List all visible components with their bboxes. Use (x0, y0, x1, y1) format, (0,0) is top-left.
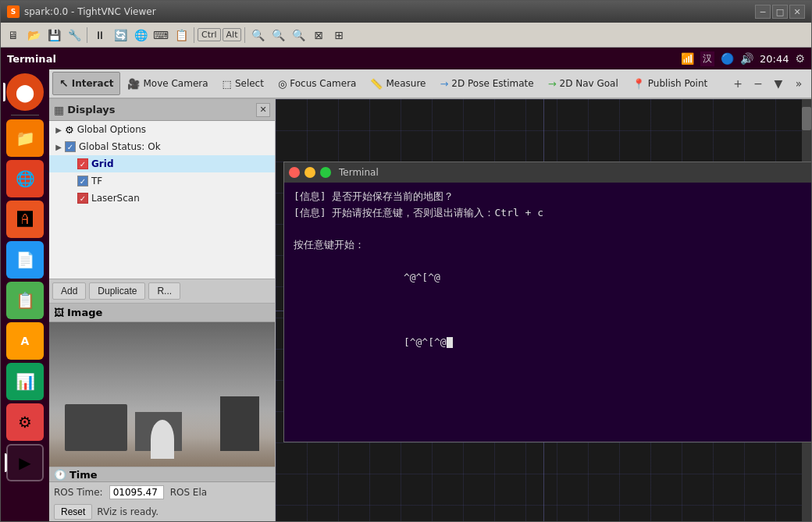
tree-item-grid[interactable]: Grid (49, 155, 275, 172)
tf-label: TF (91, 176, 102, 186)
terminal-app-icon: ▶ (19, 453, 30, 472)
rviz-main: ▦ Displays ✕ ▶ ⚙ Global Options (49, 99, 811, 521)
rviz-dropdown-btn[interactable]: ▼ (769, 74, 788, 93)
displays-panel-buttons: Add Duplicate R... (49, 279, 275, 303)
displays-panel-header: ▦ Displays ✕ (49, 99, 275, 121)
browser-icon: 🌐 (16, 169, 35, 188)
rviz-measure-btn[interactable]: 📏 Measure (363, 72, 433, 95)
tf-checkbox[interactable] (77, 176, 88, 186)
duplicate-display-btn[interactable]: Duplicate (89, 282, 145, 300)
vnc-toolbar-open-btn[interactable]: 📂 (24, 26, 43, 44)
vnc-toolbar-zoom-in-btn[interactable]: 🔍 (248, 26, 267, 44)
grid-label: Grid (91, 158, 113, 169)
sidebar-app-docs[interactable]: 📄 (6, 241, 44, 279)
vnc-ctrl-key[interactable]: Ctrl (198, 28, 221, 41)
sidebar-app-amazon[interactable]: A (6, 322, 44, 360)
vnc-close-btn[interactable]: ✕ (789, 5, 805, 19)
select-icon: ⬚ (223, 78, 232, 90)
image-container (49, 322, 275, 467)
rviz-focus-camera-btn[interactable]: ◎ Focus Camera (271, 72, 364, 95)
global-options-icon: ⚙ (65, 124, 74, 136)
vnc-toolbar-new-btn[interactable]: 🖥 (4, 26, 23, 44)
vnc-minimize-btn[interactable]: ─ (755, 5, 771, 19)
vnc-toolbar-zoom-out-btn[interactable]: 🔍 (269, 26, 287, 44)
tree-arrow-grid (65, 158, 77, 170)
rviz-publish-point-btn[interactable]: 📍 Publish Point (625, 72, 714, 95)
vnc-toolbar-refresh-btn[interactable]: 🔄 (111, 26, 130, 44)
interact-label: Interact (72, 78, 114, 89)
rviz-left-panel: ▦ Displays ✕ ▶ ⚙ Global Options (49, 99, 276, 521)
rviz-add-btn[interactable]: + (728, 74, 747, 93)
rviz-more-btn[interactable]: » (789, 74, 808, 93)
sidebar-app-ubuntu[interactable]: ⬤ (6, 73, 44, 111)
vnc-toolbar-zoom-actual-btn[interactable]: ⊠ (309, 26, 328, 44)
2d-nav-icon: → (548, 78, 557, 90)
rviz-move-camera-btn[interactable]: 🎥 Move Camera (120, 72, 215, 95)
vnc-toolbar-clipboard-btn[interactable]: 📋 (172, 26, 191, 44)
tree-arrow-tf (65, 175, 77, 187)
ubuntu-topbar-right: 📶 汉 🔵 🔊 20:44 ⚙ (681, 51, 805, 66)
terminal-line-2: [信息] 开始请按任意键，否则退出请输入：Ctrl + c (294, 205, 811, 222)
select-label: Select (235, 78, 264, 89)
laser-scan-checkbox[interactable] (77, 193, 88, 204)
tree-item-laser-scan[interactable]: LaserScan (49, 190, 275, 207)
tree-item-tf[interactable]: TF (49, 172, 275, 190)
tree-item-global-status[interactable]: ▶ Global Status: Ok (49, 138, 275, 155)
audio-icon: 🔊 (740, 52, 753, 65)
global-status-checkbox[interactable] (65, 141, 76, 152)
terminal-minimize-btn[interactable] (304, 167, 315, 178)
sidebar-app-files2[interactable]: 📋 (6, 282, 44, 319)
files2-icon: 📋 (16, 291, 35, 310)
vnc-toolbar-sep3 (244, 27, 245, 43)
terminal-close-btn[interactable] (289, 167, 300, 178)
sidebar-app-files[interactable]: 📁 (6, 119, 44, 157)
viewport-scrollbar-thumb[interactable] (802, 107, 811, 130)
sidebar-app-sheets[interactable]: 📊 (6, 363, 44, 400)
rviz-select-btn[interactable]: ⬚ Select (215, 72, 271, 95)
vnc-toolbar-net-btn[interactable]: 🌐 (131, 26, 150, 44)
measure-label: Measure (386, 78, 426, 89)
vnc-toolbar-keyboard-btn[interactable]: ⌨ (151, 26, 170, 44)
sidebar-app-settings[interactable]: ⚙ (6, 403, 44, 441)
rviz-viewport[interactable]: Terminal [信息] 是否开始保存当前的地图？ [信息] 开始请按任意键，… (276, 99, 811, 521)
terminal-cursor (447, 337, 453, 348)
rviz-interact-btn[interactable]: ↖ Interact (52, 72, 120, 95)
sidebar-app-terminal[interactable]: ▶ (6, 444, 44, 481)
vnc-toolbar-pause-btn[interactable]: ⏸ (91, 26, 109, 44)
vnc-icon: S (7, 5, 20, 18)
focus-camera-icon: ◎ (278, 78, 287, 90)
sidebar-app-text-editor[interactable]: 🅰 (6, 201, 44, 238)
measure-icon: 📏 (370, 78, 383, 90)
rviz-2d-nav-btn[interactable]: → 2D Nav Goal (541, 72, 625, 95)
rviz-toolbar: ↖ Interact 🎥 Move Camera ⬚ Select ◎ Focu… (49, 69, 811, 99)
tree-item-global-options[interactable]: ▶ ⚙ Global Options (49, 121, 275, 138)
laser-scan-label: LaserScan (91, 193, 140, 204)
remove-display-btn[interactable]: R... (148, 282, 180, 300)
time-panel: 🕐 Time ROS Time: 01095.47 ROS Ela Reset … (49, 467, 275, 521)
rviz-remove-btn[interactable]: − (749, 74, 767, 93)
wifi-icon: 📶 (681, 52, 694, 65)
text-editor-icon: 🅰 (17, 210, 33, 229)
sidebar-sep1 (11, 115, 39, 115)
vnc-maximize-btn[interactable]: □ (772, 5, 788, 19)
terminal-content[interactable]: [信息] 是否开始保存当前的地图？ [信息] 开始请按任意键，否则退出请输入：C… (284, 183, 811, 442)
sidebar-app-firefox[interactable]: 🌐 (6, 160, 44, 197)
settings-app-icon: ⚙ (18, 413, 32, 431)
terminal-maximize-btn[interactable] (320, 167, 331, 178)
vnc-toolbar-fullscreen-btn[interactable]: ⊞ (329, 26, 348, 44)
vnc-toolbar-save-btn[interactable]: 💾 (45, 26, 63, 44)
vnc-alt-key[interactable]: Alt (223, 28, 242, 41)
reset-btn[interactable]: Reset (54, 504, 92, 520)
vnc-toolbar-props-btn[interactable]: 🔧 (65, 26, 84, 44)
docs-icon: 📄 (16, 250, 35, 269)
ubuntu-clock: 20:44 (760, 53, 789, 65)
grid-checkbox[interactable] (77, 158, 88, 169)
time-panel-bottom: Reset RViz is ready. (49, 502, 275, 521)
displays-panel-close-btn[interactable]: ✕ (256, 103, 270, 117)
add-display-btn[interactable]: Add (52, 282, 86, 300)
time-panel-header: 🕐 Time (49, 467, 275, 482)
publish-point-icon: 📍 (632, 78, 645, 90)
vnc-toolbar-zoom-fit-btn[interactable]: 🔍 (289, 26, 308, 44)
terminal-line-ctrl: ^@^[^@ ^@^ (294, 254, 811, 318)
rviz-2d-pose-btn[interactable]: → 2D Pose Estimate (433, 72, 540, 95)
